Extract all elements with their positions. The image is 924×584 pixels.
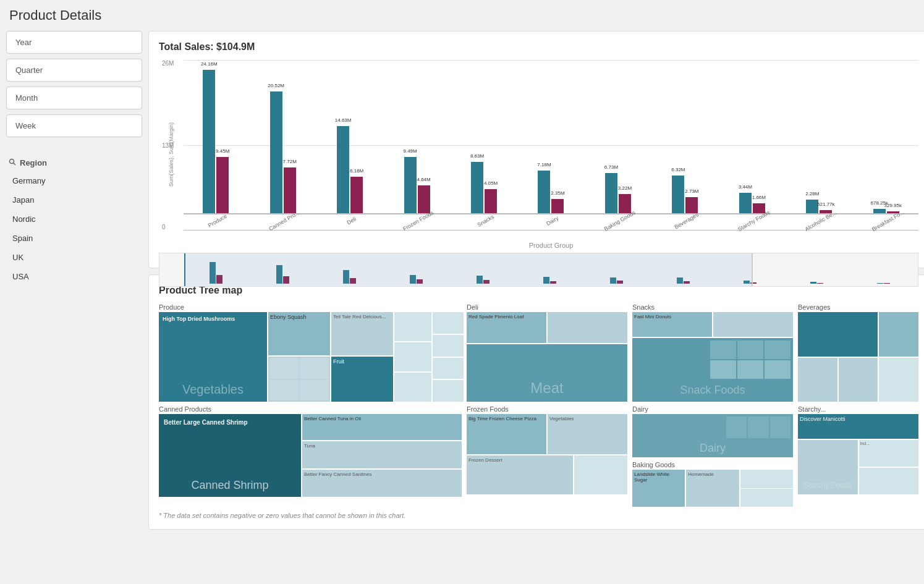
treemap-dairy: Dairy Dairy: [632, 405, 793, 457]
sidebar-item-uk[interactable]: UK: [6, 248, 142, 267]
bar-group-snacks[interactable]: 8.63M 4.05M: [452, 60, 516, 213]
tm-canned-sardines[interactable]: Better Fancy Canned Sardines: [302, 470, 462, 497]
treemap-produce: Produce High Top Dried Mushrooms Vegetab…: [159, 303, 462, 402]
frozen-label: Frozen Foods: [467, 405, 627, 413]
tm-deli-meat[interactable]: Meat: [467, 344, 627, 402]
tm-snacks-donuts[interactable]: Fast Mini Donuts: [632, 312, 712, 337]
tm-frozen-sm[interactable]: [574, 455, 627, 494]
sidebar-item-nordic[interactable]: Nordic: [6, 209, 142, 229]
bar-group-deli[interactable]: 14.63M 6.16M: [318, 60, 382, 213]
bar-group-produce[interactable]: 24.16M 9.45M: [184, 60, 248, 213]
bar-group-alcoholic[interactable]: 2.28M 521.77k: [787, 60, 851, 213]
bar-chart-area: Sum(Sales), Sum(Margin) 26M 13M 0: [159, 60, 918, 258]
treemap-starchy: Starchy... Discover Manicotti Starchy Fo…: [798, 405, 918, 494]
region-section: Region Germany Japan Nordic Spain UK USA: [6, 154, 142, 286]
tm-canned-tuna[interactable]: Better Canned Tuna in Oil: [302, 414, 462, 440]
tm-bev-s2[interactable]: [839, 358, 878, 402]
chart-title: Total Sales: $104.9M: [159, 41, 918, 53]
treemap-deli: Deli Red Spade Pimento Loaf Meat: [467, 303, 627, 402]
tm-produce-fruit[interactable]: Fruit: [331, 357, 393, 402]
sidebar-item-japan[interactable]: Japan: [6, 190, 142, 209]
tm-frozen-veg[interactable]: Vegetables: [548, 414, 627, 454]
tm-bev-s1[interactable]: [798, 358, 837, 402]
tm-produce-vegetables[interactable]: High Top Dried Mushrooms Vegetables: [159, 312, 267, 402]
tm-bev-s3[interactable]: [879, 358, 918, 402]
sidebar: Year Quarter Month Week Region Germany J…: [6, 31, 148, 530]
bar-group-baking[interactable]: 6.73M 3.22M: [586, 60, 650, 213]
tm-baking-homemade[interactable]: Homemade: [686, 470, 739, 507]
svg-line-1: [14, 163, 16, 166]
tm-produce-sm2[interactable]: [394, 342, 431, 371]
tm-snacks-sm[interactable]: [713, 312, 793, 337]
tm-produce-sm1[interactable]: [394, 312, 431, 341]
bar-produce-sales: 24.16M: [203, 70, 215, 213]
tm-produce-small1[interactable]: [268, 357, 330, 402]
dairy-label: Dairy: [632, 405, 793, 413]
bar-group-canned[interactable]: 20.52M 7.72M: [250, 60, 315, 213]
filter-quarter[interactable]: Quarter: [6, 59, 142, 82]
treemap-footnote: * The data set contains negative or zero…: [159, 512, 918, 519]
tm-baking-sm1[interactable]: [740, 470, 793, 488]
deli-label: Deli: [467, 303, 627, 311]
treemap-beverages: Beverages: [798, 303, 918, 402]
produce-label: Produce: [159, 303, 462, 311]
bar-group-frozen[interactable]: 9.49M 4.64M: [384, 60, 449, 213]
tm-produce-ebony[interactable]: Ebony Squash: [268, 312, 330, 355]
tm-produce-sm3[interactable]: [394, 373, 431, 402]
tm-baking-sugar[interactable]: Landslide White Sugar: [632, 470, 685, 507]
x-axis-title: Product Group: [184, 242, 918, 249]
page-title: Product Details: [0, 0, 924, 31]
treemap-panel: Product Tree map Produce High Top Dried …: [148, 274, 924, 530]
treemap-frozen: Frozen Foods Big Time Frozen Cheese Pizz…: [467, 405, 627, 494]
tm-starchy-xs[interactable]: [859, 468, 919, 494]
tm-frozen-dessert[interactable]: Frozen Dessert: [467, 455, 573, 494]
tm-beverages-main[interactable]: [798, 312, 878, 357]
sidebar-item-usa[interactable]: USA: [6, 267, 142, 286]
sidebar-item-germany[interactable]: Germany: [6, 171, 142, 190]
mini-chart[interactable]: [159, 253, 918, 287]
snacks-label: Snacks: [632, 303, 793, 311]
tm-produce-xs1[interactable]: [433, 312, 464, 334]
tm-beverages-sm1[interactable]: [879, 312, 918, 357]
bar-group-starchy[interactable]: 3.44M 1.66M: [720, 60, 784, 213]
tm-produce-xs2[interactable]: [433, 335, 464, 357]
tm-snacks-foods[interactable]: Snack Foods: [632, 338, 793, 402]
tm-starchy-manicotti[interactable]: Discover Manicotti: [798, 414, 918, 439]
treemap-canned: Canned Products Better Large Canned Shri…: [159, 405, 462, 494]
svg-point-0: [10, 159, 14, 164]
tm-starchy-foods[interactable]: Starchy Foods: [798, 440, 858, 494]
bar-group-beverages[interactable]: 6.32M 2.73M: [653, 60, 717, 213]
tm-produce-xs3[interactable]: [433, 358, 464, 379]
bar-chart-panel: Total Sales: $104.9M Sum(Sales), Sum(Mar…: [148, 31, 924, 268]
tm-frozen-pizza[interactable]: Big Time Frozen Cheese Pizza: [467, 414, 546, 454]
filter-week[interactable]: Week: [6, 114, 142, 137]
tm-deli-redspade[interactable]: Red Spade Pimento Loaf: [467, 312, 546, 343]
treemap-baking: Baking Goods Landslide White Sugar Homem…: [632, 461, 793, 507]
treemap-snacks: Snacks Fast Mini Donuts Snack Foods: [632, 303, 793, 402]
starchy-label: Starchy...: [798, 405, 918, 413]
tm-deli-sm[interactable]: [548, 312, 627, 343]
tm-canned-shrimp[interactable]: Better Large Canned Shrimp Canned Shrimp: [159, 414, 301, 497]
bar-group-breakfast[interactable]: 678.25k 329.95k: [854, 60, 918, 213]
treemap-grid: Produce High Top Dried Mushrooms Vegetab…: [159, 303, 918, 507]
tm-produce-xs4[interactable]: [433, 380, 464, 402]
tm-produce-telltale[interactable]: Tell Tale Red Delcious...: [331, 312, 393, 355]
filter-month[interactable]: Month: [6, 87, 142, 109]
search-icon: [9, 158, 16, 167]
baking-label: Baking Goods: [632, 461, 793, 468]
bar-group-dairy[interactable]: 7.18M 2.35M: [519, 60, 583, 213]
canned-label: Canned Products: [159, 405, 462, 413]
tm-baking-sm2[interactable]: [740, 489, 793, 507]
region-label: Region: [20, 158, 47, 167]
y-axis-label: Sum(Sales), Sum(Margin): [168, 68, 174, 241]
beverages-label: Beverages: [798, 303, 918, 311]
tm-starchy-ind[interactable]: Ind...: [859, 440, 919, 467]
region-header: Region: [6, 154, 142, 171]
filter-year[interactable]: Year: [6, 31, 142, 54]
bar-produce-margin: 9.45M: [216, 157, 229, 213]
tm-canned-tuna2[interactable]: Tuna: [302, 441, 462, 468]
sidebar-item-spain[interactable]: Spain: [6, 229, 142, 248]
main-content: Total Sales: $104.9M Sum(Sales), Sum(Mar…: [148, 31, 924, 530]
